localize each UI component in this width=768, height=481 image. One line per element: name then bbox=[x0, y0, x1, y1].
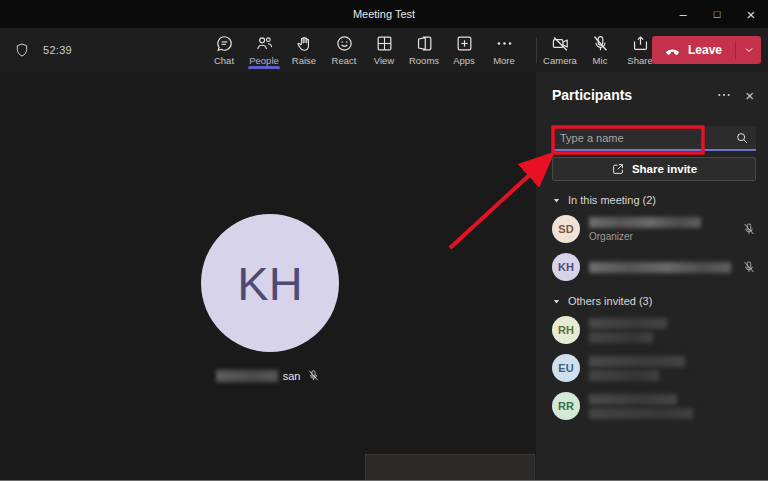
triangle-collapse-icon bbox=[552, 196, 561, 205]
toolbar-divider bbox=[536, 37, 537, 63]
tab-view[interactable]: View bbox=[364, 28, 404, 72]
share-screen-icon bbox=[631, 34, 650, 53]
avatar: RH bbox=[552, 316, 580, 344]
leave-options-button[interactable] bbox=[736, 36, 761, 64]
avatar: SD bbox=[552, 215, 580, 243]
mic-muted-icon bbox=[742, 222, 756, 236]
participant-row-eu[interactable]: EU bbox=[552, 353, 756, 383]
redacted-name bbox=[589, 356, 685, 367]
tab-raise[interactable]: Raise bbox=[284, 28, 324, 72]
panel-header: Participants × bbox=[536, 72, 768, 111]
avatar: RR bbox=[552, 392, 580, 420]
phone-hangup-icon bbox=[664, 42, 681, 59]
shield-icon bbox=[14, 42, 30, 58]
close-button[interactable]: × bbox=[734, 0, 768, 28]
device-buttons: Camera Mic Share bbox=[540, 28, 660, 72]
view-grid-icon bbox=[375, 34, 394, 53]
meeting-timer: 52:39 bbox=[43, 44, 72, 56]
window-controls: – □ × bbox=[666, 0, 768, 28]
meeting-info: 52:39 bbox=[14, 28, 72, 72]
panel-close-button[interactable]: × bbox=[745, 88, 754, 103]
mic-toggle-button[interactable]: Mic bbox=[580, 28, 620, 72]
share-invite-button[interactable]: Share invite bbox=[552, 157, 756, 181]
chevron-down-icon bbox=[743, 44, 755, 56]
section-others-invited[interactable]: Others invited (3) bbox=[552, 295, 756, 307]
section-in-this-meeting[interactable]: In this meeting (2) bbox=[552, 194, 756, 206]
main-participant-nametag: san bbox=[0, 369, 536, 382]
participant-search bbox=[552, 126, 756, 151]
redacted-name bbox=[589, 394, 677, 405]
people-icon bbox=[255, 34, 274, 53]
panel-more-options-button[interactable] bbox=[716, 87, 732, 103]
search-input[interactable] bbox=[552, 126, 756, 151]
mic-muted-icon bbox=[591, 34, 610, 53]
tab-react[interactable]: React bbox=[324, 28, 364, 72]
teams-meeting-window: Meeting Test – □ × 52:39 Chat People Rai… bbox=[0, 0, 768, 481]
leave-button-group: Leave bbox=[652, 36, 761, 64]
participant-row-sd[interactable]: SD Organizer bbox=[552, 214, 756, 244]
redacted-name bbox=[589, 318, 667, 329]
panel-title: Participants bbox=[552, 87, 716, 103]
search-icon[interactable] bbox=[735, 131, 749, 145]
chat-icon bbox=[215, 34, 234, 53]
window-title: Meeting Test bbox=[0, 8, 768, 20]
tab-more[interactable]: More bbox=[484, 28, 524, 72]
raise-hand-icon bbox=[295, 34, 314, 53]
share-invite-icon bbox=[611, 162, 625, 176]
camera-off-icon bbox=[551, 34, 570, 53]
camera-toggle-button[interactable]: Camera bbox=[540, 28, 580, 72]
redacted-name bbox=[589, 217, 701, 228]
participant-row-kh[interactable]: KH bbox=[552, 252, 756, 282]
participants-panel: Participants × Share invite In this meet… bbox=[536, 72, 768, 481]
avatar: KH bbox=[552, 253, 580, 281]
name-suffix: san bbox=[283, 370, 301, 382]
main-participant-avatar: KH bbox=[201, 214, 339, 352]
redacted-name bbox=[589, 408, 693, 419]
titlebar: Meeting Test – □ × bbox=[0, 0, 768, 28]
tab-apps[interactable]: Apps bbox=[444, 28, 484, 72]
minimize-button[interactable]: – bbox=[666, 0, 700, 28]
mic-muted-icon bbox=[742, 260, 756, 274]
triangle-collapse-icon bbox=[552, 297, 561, 306]
self-view-tile[interactable]: SD bbox=[365, 454, 535, 481]
participant-role: Organizer bbox=[589, 231, 742, 242]
rooms-door-icon bbox=[415, 34, 434, 53]
tab-chat[interactable]: Chat bbox=[204, 28, 244, 72]
avatar: EU bbox=[552, 354, 580, 382]
meeting-stage: KH san SD bbox=[0, 72, 536, 481]
meeting-toolbar: 52:39 Chat People Raise React View bbox=[0, 28, 768, 72]
redacted-name bbox=[589, 370, 659, 381]
leave-button[interactable]: Leave bbox=[652, 36, 735, 64]
mic-muted-icon bbox=[307, 369, 320, 382]
tab-rooms[interactable]: Rooms bbox=[404, 28, 444, 72]
participant-row-rr[interactable]: RR bbox=[552, 391, 756, 421]
redacted-name bbox=[589, 332, 653, 343]
redacted-name bbox=[216, 370, 278, 382]
toolbar-tabs: Chat People Raise React View Rooms bbox=[204, 28, 524, 72]
redacted-name bbox=[589, 262, 731, 273]
tab-people[interactable]: People bbox=[244, 28, 284, 72]
apps-plus-icon bbox=[455, 34, 474, 53]
maximize-button[interactable]: □ bbox=[700, 0, 734, 28]
participant-row-rh[interactable]: RH bbox=[552, 315, 756, 345]
react-smiley-icon bbox=[335, 34, 354, 53]
more-ellipsis-icon bbox=[495, 34, 514, 53]
